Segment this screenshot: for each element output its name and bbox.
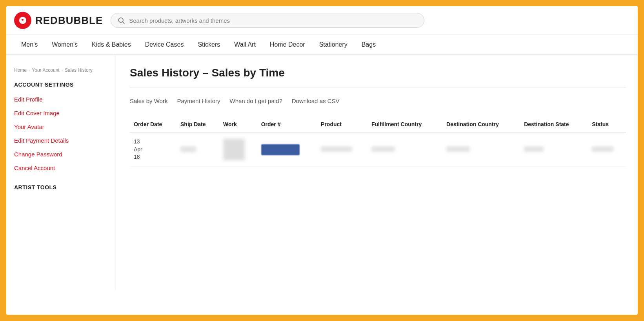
breadcrumb-home[interactable]: Home [14, 67, 27, 73]
logo-text: REDBUBBLE [35, 15, 103, 27]
nav-wall-art[interactable]: Wall Art [227, 35, 263, 54]
td-order-num: 00000000 [257, 132, 317, 167]
th-order-num: Order # [257, 118, 317, 132]
logo-icon: rb [14, 12, 31, 29]
divider [130, 87, 626, 87]
fulfillment-country-blurred [371, 147, 395, 152]
th-status: Status [588, 118, 626, 132]
main-nav: Men's Women's Kids & Babies Device Cases… [6, 35, 638, 55]
svg-line-2 [123, 22, 125, 24]
order-date-value: 13Apr18 [134, 138, 173, 161]
sidebar-edit-cover[interactable]: Edit Cover Image [14, 106, 108, 120]
nav-home-decor[interactable]: Home Decor [263, 35, 312, 54]
nav-mens[interactable]: Men's [14, 35, 45, 54]
breadcrumb-account[interactable]: Your Account [32, 67, 59, 73]
nav-bags[interactable]: Bags [355, 35, 383, 54]
th-fulfillment-country: Fulfillment Country [367, 118, 442, 132]
th-destination-state: Destination State [520, 118, 588, 132]
nav-stickers[interactable]: Stickers [191, 35, 227, 54]
search-icon [117, 16, 125, 24]
order-num-blurred: 00000000 [261, 144, 300, 155]
nav-device-cases[interactable]: Device Cases [138, 35, 191, 54]
sidebar-edit-profile[interactable]: Edit Profile [14, 92, 108, 106]
product-blurred [321, 147, 352, 152]
destination-country-blurred [446, 147, 470, 152]
th-work: Work [219, 118, 257, 132]
td-destination-state [520, 132, 588, 167]
breadcrumb: Home › Your Account › Sales History [14, 63, 108, 78]
td-status [588, 132, 626, 167]
td-ship-date [176, 132, 219, 167]
td-order-date: 13Apr18 [130, 132, 176, 167]
sub-nav-payment-history[interactable]: Payment History [177, 96, 220, 107]
breadcrumb-sep-1: › [29, 68, 30, 73]
sub-nav-when-paid[interactable]: When do I get paid? [229, 96, 282, 107]
search-bar [111, 13, 424, 28]
breadcrumb-sep-2: › [62, 68, 63, 73]
table-row: 13Apr18 00000000 [130, 132, 626, 167]
th-product: Product [317, 118, 367, 132]
td-product [317, 132, 367, 167]
content-area: Home › Your Account › Sales History ACCO… [6, 55, 638, 290]
sidebar-cancel-account[interactable]: Cancel Account [14, 161, 108, 175]
work-thumbnail-blurred [223, 139, 245, 160]
page-title: Sales History – Sales by Time [130, 67, 626, 79]
destination-state-blurred [524, 147, 544, 152]
sales-table: Order Date Ship Date Work Order # Produc… [130, 118, 626, 167]
sidebar-change-password[interactable]: Change Password [14, 147, 108, 161]
sidebar: Home › Your Account › Sales History ACCO… [6, 55, 116, 290]
nav-kids-babies[interactable]: Kids & Babies [85, 35, 138, 54]
sidebar-payment-details[interactable]: Edit Payment Details [14, 134, 108, 147]
ship-date-blurred [180, 147, 196, 152]
sidebar-avatar[interactable]: Your Avatar [14, 120, 108, 134]
nav-womens[interactable]: Women's [45, 35, 85, 54]
th-destination-country: Destination Country [442, 118, 520, 132]
th-order-date: Order Date [130, 118, 176, 132]
status-blurred [592, 147, 613, 152]
page-wrapper: rb REDBUBBLE Men's Women's Kids & Babies… [6, 6, 638, 315]
th-ship-date: Ship Date [176, 118, 219, 132]
nav-stationery[interactable]: Stationery [312, 35, 355, 54]
site-header: rb REDBUBBLE [6, 6, 638, 35]
logo-link[interactable]: rb REDBUBBLE [14, 12, 103, 29]
main-content: Sales History – Sales by Time Sales by W… [116, 55, 638, 290]
td-work [219, 132, 257, 167]
breadcrumb-current: Sales History [65, 67, 93, 73]
account-settings-title: ACCOUNT SETTINGS [14, 82, 108, 88]
search-input[interactable] [129, 17, 418, 24]
svg-point-1 [119, 18, 124, 22]
td-destination-country [442, 132, 520, 167]
td-fulfillment-country [367, 132, 442, 167]
artist-tools-title: ARTIST TOOLS [14, 184, 108, 190]
sub-nav-sales-by-work[interactable]: Sales by Work [130, 96, 167, 107]
sub-nav: Sales by Work Payment History When do I … [130, 96, 626, 107]
sub-nav-download-csv[interactable]: Download as CSV [292, 96, 340, 107]
